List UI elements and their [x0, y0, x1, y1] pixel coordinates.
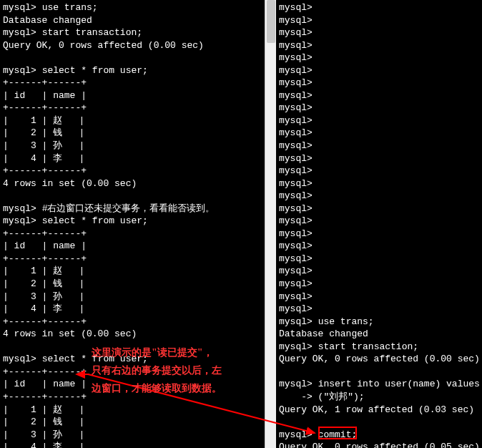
table-border: +------+------+ [3, 316, 87, 327]
prompt: mysql> [279, 140, 313, 151]
scrollbar-thumb[interactable] [267, 0, 275, 43]
prompt: mysql> [279, 379, 313, 389]
prompt: mysql> [279, 127, 313, 138]
prompt: mysql> [3, 203, 36, 214]
cmd-text: insert into user(name) values [318, 379, 480, 389]
cmd-text: -> ("刘邦"); [279, 391, 365, 402]
table-row: | 4 | 李 | [3, 303, 84, 314]
prompt: mysql> [279, 27, 313, 38]
table-row: | 2 | 钱 | [3, 417, 84, 427]
table-row: | 3 | 孙 | [3, 140, 84, 151]
prompt: mysql> [279, 215, 313, 226]
annotation-line: 这里演示的是"读已提交"， [92, 344, 222, 361]
output-text: Database changed [3, 15, 92, 26]
table-border: +------+------+ [3, 77, 87, 88]
prompt: mysql> [279, 278, 313, 289]
output-text: Query OK, 0 rows affected (0.00 sec) [279, 354, 480, 364]
prompt: mysql> [279, 253, 313, 264]
table-border: +------+------+ [3, 253, 87, 264]
table-border: +------+------+ [3, 228, 87, 239]
output-text: 4 rows in set (0.00 sec) [3, 328, 137, 339]
prompt: mysql> [279, 40, 313, 51]
prompt: mysql> [279, 52, 313, 63]
table-row: | 4 | 李 | [3, 153, 84, 164]
right-terminal[interactable]: mysql> mysql> mysql> mysql> mysql> mysql… [276, 0, 482, 448]
table-row: | 1 | 赵 | [3, 115, 84, 126]
cmd-text: use trans; [42, 2, 98, 13]
cmd-text: start transaction; [42, 27, 142, 38]
prompt: mysql> [3, 27, 36, 38]
annotation-line: 只有右边的事务提交以后，左 [92, 361, 222, 379]
cmd-text: select * from user; [42, 65, 148, 76]
table-row: | 2 | 钱 | [3, 278, 84, 289]
annotation-text: 这里演示的是"读已提交"， 只有右边的事务提交以后，左 边窗口，才能够读取到数据… [92, 344, 222, 398]
prompt: mysql> [3, 2, 36, 13]
prompt: mysql> [279, 90, 313, 101]
prompt: mysql> [279, 228, 313, 239]
cmd-text: select * from user; [42, 215, 148, 226]
prompt: mysql> [279, 102, 313, 113]
prompt: mysql> [279, 115, 313, 126]
annotation-line: 边窗口，才能够读取到数据。 [92, 379, 222, 397]
prompt: mysql> [279, 266, 313, 276]
table-header: | id | name | [3, 240, 87, 251]
prompt: mysql> [279, 291, 313, 302]
table-row: | 2 | 钱 | [3, 127, 84, 138]
prompt: mysql> [279, 77, 313, 88]
table-border: +------+------+ [3, 391, 87, 402]
table-header: | id | name | [3, 379, 87, 389]
table-row: | 3 | 孙 | [3, 429, 84, 440]
output-text: Database changed [279, 328, 368, 339]
prompt: mysql> [279, 2, 313, 13]
prompt: mysql> [279, 240, 313, 251]
prompt: mysql> [279, 153, 313, 164]
output-text: Query OK, 1 row affected (0.03 sec) [279, 404, 474, 415]
prompt: mysql> [279, 165, 313, 176]
table-row: | 3 | 孙 | [3, 291, 84, 302]
table-row: | 1 | 赵 | [3, 404, 84, 415]
table-row: | 4 | 李 | [3, 442, 84, 448]
cmd-text: use trans; [318, 316, 374, 327]
output-text: Query OK, 0 rows affected (0.00 sec) [3, 40, 204, 51]
table-header: | id | name | [3, 90, 87, 101]
prompt: mysql> [3, 354, 36, 364]
prompt: mysql> [279, 15, 313, 26]
cmd-text: commit; [318, 429, 358, 440]
table-row: | 1 | 赵 | [3, 266, 84, 276]
output-text: Query OK, 0 rows affected (0.05 sec) [279, 442, 480, 448]
output-text: 4 rows in set (0.00 sec) [3, 178, 137, 189]
prompt: mysql> [279, 341, 313, 352]
comment-text: #右边窗口还未提交事务，看看能否读到。 [42, 203, 215, 214]
prompt: mysql> [279, 190, 313, 201]
prompt: mysql> [279, 316, 313, 327]
prompt: mysql> [3, 215, 36, 226]
table-border: +------+------+ [3, 366, 87, 377]
prompt: mysql> [279, 178, 313, 189]
prompt: mysql> [279, 429, 313, 440]
prompt: mysql> [279, 65, 313, 76]
scrollbar[interactable] [265, 0, 276, 448]
table-border: +------+------+ [3, 102, 87, 113]
prompt: mysql> [279, 303, 313, 314]
table-border: +------+------+ [3, 165, 87, 176]
cmd-text: start transaction; [318, 341, 418, 352]
prompt: mysql> [3, 65, 36, 76]
prompt: mysql> [279, 203, 313, 214]
